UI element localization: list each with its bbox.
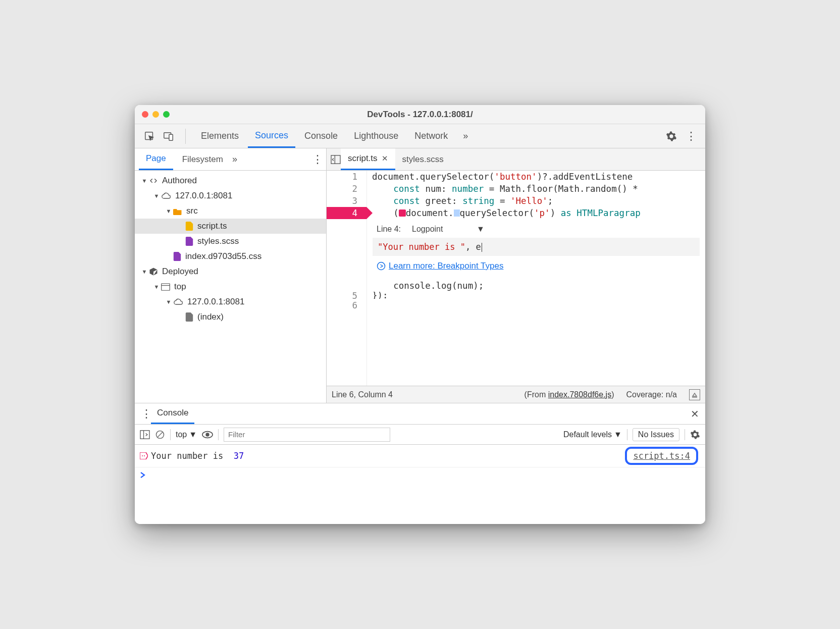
- logpoint-glyph-icon: [140, 452, 151, 459]
- divider: [185, 129, 186, 144]
- tree-file-indexcss[interactable]: index.d9703d55.css: [135, 249, 326, 264]
- tree-top[interactable]: ▼ top: [135, 279, 326, 294]
- tree-label: styles.scss: [197, 236, 239, 246]
- tree-label: Authored: [162, 176, 197, 186]
- settings-gear-icon[interactable]: [663, 128, 680, 145]
- more-tabs-chevron-icon[interactable]: »: [457, 128, 474, 145]
- toggle-sidebar-icon[interactable]: [140, 430, 150, 439]
- tree-label: (index): [197, 312, 224, 322]
- body-area: Page Filesystem » ⋮ ▼ Authored ▼ 127.0.0…: [135, 148, 705, 403]
- tree-file-index[interactable]: (index): [135, 309, 326, 325]
- line-number[interactable]: 5: [327, 290, 366, 302]
- file-tabs: script.ts ✕ styles.scss: [327, 148, 705, 171]
- svg-line-14: [158, 432, 163, 437]
- code-line: console.log(num);: [367, 280, 705, 292]
- console-toolbar: top ▼ Default levels ▼ No Issues: [135, 425, 705, 445]
- clear-console-icon[interactable]: [155, 430, 165, 440]
- window-icon: [161, 283, 170, 291]
- file-tab-styles-scss[interactable]: styles.scss: [395, 148, 451, 170]
- learn-more-link[interactable]: Learn more: Breakpoint Types: [389, 261, 503, 271]
- tab-console[interactable]: Console: [297, 124, 345, 148]
- ts-file-icon: [185, 222, 193, 231]
- drawer-kebab-icon[interactable]: ⋮: [141, 408, 151, 420]
- window-minimize-button[interactable]: [152, 111, 159, 118]
- tree-file-script-ts[interactable]: script.ts: [135, 219, 326, 234]
- svg-rect-11: [140, 430, 149, 438]
- cube-icon: [149, 267, 158, 276]
- sidebar-tab-filesystem[interactable]: Filesystem: [175, 148, 230, 170]
- kebab-menu-icon[interactable]: ⋮: [682, 128, 699, 145]
- tab-elements[interactable]: Elements: [194, 124, 246, 148]
- device-toolbar-icon[interactable]: [160, 128, 177, 145]
- close-tab-icon[interactable]: ✕: [382, 154, 388, 163]
- console-source-link[interactable]: script.ts:4: [633, 451, 690, 461]
- code-view[interactable]: document.querySelector('button')?.addEve…: [367, 171, 705, 386]
- more-sidebar-tabs-icon[interactable]: »: [232, 154, 237, 165]
- live-expression-icon[interactable]: [202, 431, 213, 439]
- code-line: document.querySelector('button')?.addEve…: [367, 171, 705, 183]
- line-number[interactable]: 1: [327, 171, 366, 183]
- tree-host2[interactable]: ▼ 127.0.0.1:8081: [135, 294, 326, 309]
- cloud-icon: [173, 298, 183, 305]
- tree-deployed-section[interactable]: ▼ Deployed: [135, 264, 326, 279]
- code-line: const num: number = Math.floor(Math.rand…: [367, 183, 705, 195]
- tree-file-styles-scss[interactable]: styles.scss: [135, 234, 326, 249]
- console-filter-input[interactable]: [224, 428, 390, 442]
- line-number[interactable]: 2: [327, 183, 366, 195]
- scss-file-icon: [185, 237, 193, 246]
- logpoint-editor: Line 4: Logpoint ▼ "Your number is ", e …: [372, 222, 700, 277]
- tab-network[interactable]: Network: [407, 124, 455, 148]
- console-settings-gear-icon[interactable]: [690, 430, 700, 440]
- svg-rect-2: [169, 134, 173, 140]
- toggle-navigator-icon[interactable]: [331, 155, 341, 164]
- tab-sources[interactable]: Sources: [248, 124, 295, 148]
- cursor-position: Line 6, Column 4: [332, 390, 393, 399]
- sidebar-tab-page[interactable]: Page: [139, 148, 173, 170]
- sourcemap-link[interactable]: index.7808df6e.js: [548, 390, 611, 399]
- editor-main: script.ts ✕ styles.scss 1 2 3 4 5 6: [327, 148, 705, 403]
- svg-point-17: [142, 455, 143, 456]
- tab-lighthouse[interactable]: Lighthouse: [347, 124, 405, 148]
- close-drawer-icon[interactable]: ✕: [691, 408, 699, 420]
- console-prompt[interactable]: [135, 467, 705, 483]
- tree-host[interactable]: ▼ 127.0.0.1:8081: [135, 188, 326, 203]
- code-line: (document.querySelector('p') as HTMLPara…: [367, 207, 705, 219]
- log-levels-select[interactable]: Default levels ▼: [563, 430, 622, 439]
- sidebar-kebab-icon[interactable]: ⋮: [312, 154, 322, 165]
- logpoint-type-select[interactable]: Logpoint ▼: [412, 225, 485, 234]
- console-drawer: ⋮ Console ✕ top ▼ Default levels ▼ No Is…: [135, 403, 705, 524]
- show-coverage-icon[interactable]: [689, 389, 700, 400]
- tree-label: src: [186, 206, 198, 216]
- code-line: const greet: string = 'Hello';: [367, 195, 705, 207]
- no-issues-button[interactable]: No Issues: [633, 428, 679, 441]
- logpoint-line-label: Line 4:: [377, 225, 401, 234]
- line-number[interactable]: 6: [327, 302, 366, 309]
- titlebar: DevTools - 127.0.0.1:8081/: [135, 105, 705, 124]
- tree-label: 127.0.0.1:8081: [175, 191, 232, 201]
- tree-label: index.d9703d55.css: [185, 251, 261, 261]
- learn-more-row: Learn more: Breakpoint Types: [373, 258, 700, 276]
- logpoint-line-number[interactable]: 4: [327, 207, 366, 219]
- window-close-button[interactable]: [142, 111, 148, 118]
- line-number[interactable]: 3: [327, 195, 366, 207]
- logpoint-expression-input[interactable]: "Your number is ", e: [373, 238, 700, 256]
- drawer-tab-console[interactable]: Console: [151, 403, 194, 424]
- window-maximize-button[interactable]: [163, 111, 170, 118]
- svg-rect-8: [454, 209, 460, 217]
- code-line: }):: [367, 292, 705, 299]
- file-tab-script-ts[interactable]: script.ts ✕: [341, 148, 395, 170]
- cloud-icon: [161, 192, 171, 199]
- highlighted-source-link: script.ts:4: [625, 447, 698, 465]
- tree-folder-src[interactable]: ▼ src: [135, 203, 326, 219]
- console-body: Your number is 37 script.ts:4: [135, 445, 705, 524]
- tree-authored-section[interactable]: ▼ Authored: [135, 173, 326, 188]
- window-title: DevTools - 127.0.0.1:8081/: [135, 110, 705, 120]
- line-gutter[interactable]: 1 2 3 4 5 6: [327, 171, 367, 386]
- folder-icon: [173, 207, 182, 215]
- editor-statusbar: Line 6, Column 4 (From index.7808df6e.js…: [327, 386, 705, 403]
- sources-sidebar: Page Filesystem » ⋮ ▼ Authored ▼ 127.0.0…: [135, 148, 327, 403]
- inspect-element-icon[interactable]: [141, 128, 158, 145]
- console-log-row[interactable]: Your number is 37 script.ts:4: [135, 445, 705, 467]
- devtools-window: DevTools - 127.0.0.1:8081/ Elements Sour…: [135, 105, 705, 524]
- context-selector[interactable]: top ▼: [176, 430, 197, 439]
